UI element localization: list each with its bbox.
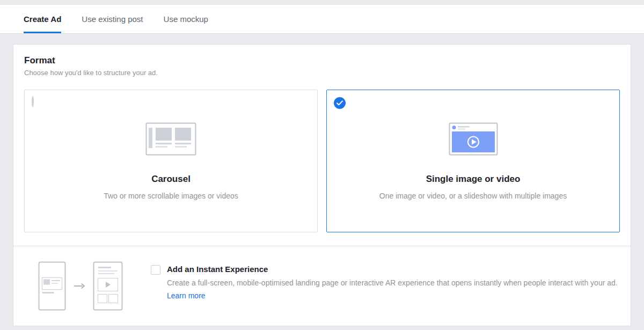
instant-experience-text: Add an Instant Experience Create a full-… bbox=[167, 265, 618, 300]
carousel-description: Two or more scrollable images or videos bbox=[104, 192, 238, 200]
radio-unselected-icon bbox=[32, 96, 34, 107]
instant-experience-phone-icon bbox=[93, 261, 123, 311]
tab-use-existing-post[interactable]: Use existing post bbox=[82, 5, 143, 33]
carousel-radio[interactable] bbox=[32, 97, 43, 109]
instant-experience-description: Create a full-screen, mobile-optimised l… bbox=[167, 277, 618, 288]
format-option-single-image-video[interactable]: Single image or video One image or video… bbox=[326, 90, 620, 232]
tab-use-mockup[interactable]: Use mockup bbox=[164, 5, 208, 33]
learn-more-link[interactable]: Learn more bbox=[167, 291, 206, 300]
single-image-video-icon bbox=[449, 122, 498, 156]
instant-experience-checkbox[interactable] bbox=[151, 265, 160, 275]
tab-create-ad[interactable]: Create Ad bbox=[24, 5, 61, 33]
instant-experience-label: Add an Instant Experience bbox=[167, 265, 618, 274]
carousel-icon bbox=[145, 122, 196, 156]
format-panel: Format Choose how you'd like to structur… bbox=[13, 44, 631, 326]
carousel-title: Carousel bbox=[151, 174, 191, 185]
arrow-right-icon bbox=[74, 282, 85, 290]
single-image-video-check[interactable] bbox=[334, 97, 346, 109]
instant-experience-transform-icon bbox=[38, 261, 123, 311]
format-section: Format Choose how you'd like to structur… bbox=[13, 45, 631, 246]
format-options: Carousel Two or more scrollable images o… bbox=[24, 90, 620, 232]
instant-experience-content: Add an Instant Experience Create a full-… bbox=[151, 260, 618, 300]
format-option-carousel[interactable]: Carousel Two or more scrollable images o… bbox=[24, 90, 318, 232]
ad-setup-tab-bar: Create Ad Use existing post Use mockup bbox=[0, 4, 644, 34]
instant-experience-section: Add an Instant Experience Create a full-… bbox=[13, 246, 631, 326]
check-circle-icon bbox=[334, 97, 346, 109]
format-subheading: Choose how you'd like to structure your … bbox=[24, 69, 620, 77]
single-image-video-title: Single image or video bbox=[426, 174, 521, 185]
ad-phone-icon bbox=[38, 261, 66, 311]
single-image-video-description: One image or video, or a slideshow with … bbox=[379, 192, 567, 200]
format-heading: Format bbox=[24, 55, 620, 66]
